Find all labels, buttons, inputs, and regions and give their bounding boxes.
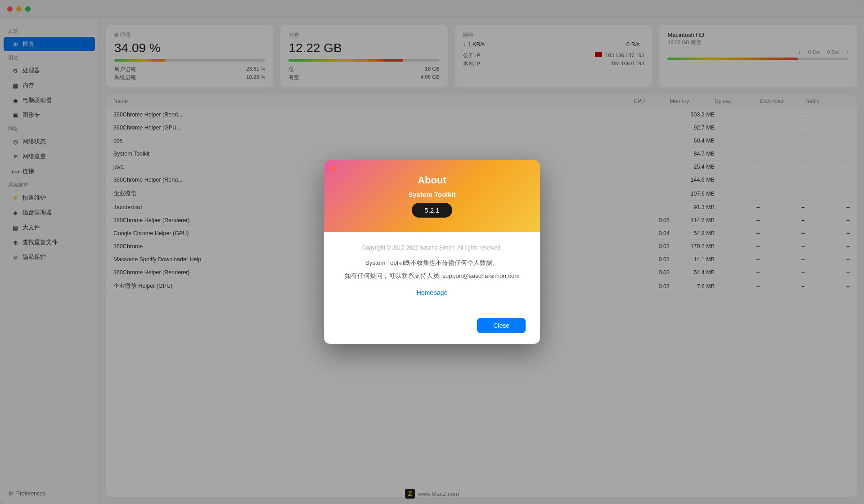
close-modal-button[interactable]: Close (477, 318, 526, 333)
app-window: 总览 ⊞ 概览 用法 ⚙ 处理器 ▦ 内存 ◉ 电脑驱动器 ▣ 图形卡 (0, 0, 864, 504)
modal-body: Copyright © 2017-2022 Sascha Simon. All … (324, 232, 540, 318)
copyright-text: Copyright © 2017-2022 Sascha Simon. All … (338, 245, 526, 251)
modal-overlay: About System Toolkit 5.2.1 Copyright © 2… (0, 0, 864, 504)
modal-footer: Close (324, 318, 540, 344)
modal-close-traffic-light[interactable] (330, 165, 337, 172)
modal-subtitle: System Toolkit (408, 191, 456, 198)
about-modal: About System Toolkit 5.2.1 Copyright © 2… (324, 160, 540, 344)
version-badge: 5.2.1 (412, 203, 452, 218)
modal-title: About (418, 174, 446, 186)
homepage-link[interactable]: Homepage (338, 289, 526, 296)
contact-text: 如有任何疑问，可以联系支持人员: support@sascha-simon.co… (338, 272, 526, 280)
modal-header: About System Toolkit 5.2.1 (324, 160, 540, 232)
privacy-notice: System Toolkit既不收集也不传输任何个人数据。 (338, 258, 526, 268)
